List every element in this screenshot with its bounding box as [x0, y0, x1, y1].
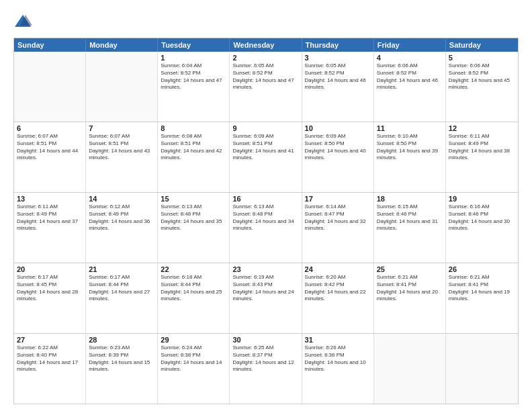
calendar-day-4: 4Sunrise: 6:06 AM Sunset: 8:52 PM Daylig… — [374, 52, 446, 122]
calendar-day-8: 8Sunrise: 6:08 AM Sunset: 8:51 PM Daylig… — [158, 122, 230, 192]
calendar-empty-cell — [374, 334, 446, 404]
calendar-week-5: 27Sunrise: 6:22 AM Sunset: 8:40 PM Dayli… — [14, 333, 518, 404]
page: SundayMondayTuesdayWednesdayThursdayFrid… — [0, 0, 532, 411]
day-number: 20 — [17, 265, 83, 273]
day-number: 7 — [89, 124, 154, 132]
calendar-day-23: 23Sunrise: 6:19 AM Sunset: 8:43 PM Dayli… — [230, 263, 302, 333]
day-info: Sunrise: 6:05 AM Sunset: 8:52 PM Dayligh… — [232, 62, 298, 91]
calendar-day-10: 10Sunrise: 6:09 AM Sunset: 8:50 PM Dayli… — [302, 122, 374, 192]
day-info: Sunrise: 6:15 AM Sunset: 8:46 PM Dayligh… — [377, 203, 443, 232]
day-number: 16 — [232, 195, 298, 203]
day-info: Sunrise: 6:19 AM Sunset: 8:43 PM Dayligh… — [232, 274, 298, 303]
calendar-day-22: 22Sunrise: 6:18 AM Sunset: 8:44 PM Dayli… — [158, 263, 230, 333]
day-number: 8 — [161, 124, 226, 132]
logo — [13, 12, 36, 31]
header-day-monday: Monday — [86, 38, 158, 52]
day-number: 22 — [161, 265, 226, 273]
day-number: 3 — [305, 54, 371, 62]
day-number: 9 — [232, 124, 298, 132]
calendar-day-13: 13Sunrise: 6:11 AM Sunset: 8:49 PM Dayli… — [14, 193, 86, 263]
calendar-empty-cell — [86, 52, 158, 122]
day-info: Sunrise: 6:06 AM Sunset: 8:52 PM Dayligh… — [449, 62, 515, 91]
day-number: 23 — [232, 265, 298, 273]
day-number: 13 — [17, 195, 83, 203]
calendar-empty-cell — [446, 334, 518, 404]
calendar: SundayMondayTuesdayWednesdayThursdayFrid… — [13, 38, 519, 404]
day-number: 6 — [17, 124, 83, 132]
day-info: Sunrise: 6:08 AM Sunset: 8:51 PM Dayligh… — [161, 133, 226, 162]
calendar-day-17: 17Sunrise: 6:14 AM Sunset: 8:47 PM Dayli… — [302, 193, 374, 263]
header-day-sunday: Sunday — [14, 38, 86, 52]
day-info: Sunrise: 6:25 AM Sunset: 8:37 PM Dayligh… — [232, 345, 298, 373]
calendar-day-7: 7Sunrise: 6:07 AM Sunset: 8:51 PM Daylig… — [86, 122, 158, 192]
calendar-day-12: 12Sunrise: 6:11 AM Sunset: 8:49 PM Dayli… — [446, 122, 518, 192]
day-number: 1 — [161, 54, 226, 62]
calendar-day-24: 24Sunrise: 6:20 AM Sunset: 8:42 PM Dayli… — [302, 263, 374, 333]
day-number: 17 — [305, 195, 371, 203]
calendar-day-30: 30Sunrise: 6:25 AM Sunset: 8:37 PM Dayli… — [230, 334, 302, 404]
day-number: 28 — [89, 336, 154, 344]
day-number: 21 — [89, 265, 154, 273]
day-info: Sunrise: 6:04 AM Sunset: 8:52 PM Dayligh… — [161, 62, 226, 91]
day-info: Sunrise: 6:20 AM Sunset: 8:42 PM Dayligh… — [305, 274, 371, 303]
calendar-header: SundayMondayTuesdayWednesdayThursdayFrid… — [14, 38, 518, 52]
header-day-thursday: Thursday — [302, 38, 374, 52]
calendar-day-5: 5Sunrise: 6:06 AM Sunset: 8:52 PM Daylig… — [446, 52, 518, 122]
day-number: 29 — [161, 336, 226, 344]
calendar-day-21: 21Sunrise: 6:17 AM Sunset: 8:44 PM Dayli… — [86, 263, 158, 333]
calendar-day-11: 11Sunrise: 6:10 AM Sunset: 8:50 PM Dayli… — [374, 122, 446, 192]
day-info: Sunrise: 6:07 AM Sunset: 8:51 PM Dayligh… — [89, 133, 154, 162]
calendar-day-27: 27Sunrise: 6:22 AM Sunset: 8:40 PM Dayli… — [14, 334, 86, 404]
day-number: 12 — [449, 124, 515, 132]
calendar-body: 1Sunrise: 6:04 AM Sunset: 8:52 PM Daylig… — [14, 52, 518, 404]
day-number: 11 — [377, 124, 443, 132]
calendar-day-15: 15Sunrise: 6:13 AM Sunset: 8:48 PM Dayli… — [158, 193, 230, 263]
calendar-day-18: 18Sunrise: 6:15 AM Sunset: 8:46 PM Dayli… — [374, 193, 446, 263]
day-number: 2 — [232, 54, 298, 62]
day-info: Sunrise: 6:11 AM Sunset: 8:49 PM Dayligh… — [449, 133, 515, 162]
day-number: 18 — [377, 195, 443, 203]
day-info: Sunrise: 6:14 AM Sunset: 8:47 PM Dayligh… — [305, 203, 371, 232]
day-info: Sunrise: 6:11 AM Sunset: 8:49 PM Dayligh… — [17, 203, 83, 232]
calendar-day-19: 19Sunrise: 6:16 AM Sunset: 8:46 PM Dayli… — [446, 193, 518, 263]
calendar-day-6: 6Sunrise: 6:07 AM Sunset: 8:51 PM Daylig… — [14, 122, 86, 192]
calendar-day-3: 3Sunrise: 6:05 AM Sunset: 8:52 PM Daylig… — [302, 52, 374, 122]
calendar-day-14: 14Sunrise: 6:12 AM Sunset: 8:49 PM Dayli… — [86, 193, 158, 263]
day-number: 10 — [305, 124, 371, 132]
day-info: Sunrise: 6:12 AM Sunset: 8:49 PM Dayligh… — [89, 203, 154, 232]
day-info: Sunrise: 6:13 AM Sunset: 8:48 PM Dayligh… — [161, 203, 226, 232]
day-number: 30 — [232, 336, 298, 344]
day-number: 27 — [17, 336, 83, 344]
day-number: 14 — [89, 195, 154, 203]
day-info: Sunrise: 6:26 AM Sunset: 8:36 PM Dayligh… — [305, 345, 371, 373]
day-info: Sunrise: 6:06 AM Sunset: 8:52 PM Dayligh… — [377, 62, 443, 91]
day-info: Sunrise: 6:09 AM Sunset: 8:51 PM Dayligh… — [232, 133, 298, 162]
day-info: Sunrise: 6:24 AM Sunset: 8:38 PM Dayligh… — [161, 345, 226, 373]
calendar-day-29: 29Sunrise: 6:24 AM Sunset: 8:38 PM Dayli… — [158, 334, 230, 404]
calendar-day-9: 9Sunrise: 6:09 AM Sunset: 8:51 PM Daylig… — [230, 122, 302, 192]
day-number: 19 — [449, 195, 515, 203]
calendar-empty-cell — [14, 52, 86, 122]
day-number: 26 — [449, 265, 515, 273]
calendar-day-2: 2Sunrise: 6:05 AM Sunset: 8:52 PM Daylig… — [230, 52, 302, 122]
day-number: 5 — [449, 54, 515, 62]
calendar-day-20: 20Sunrise: 6:17 AM Sunset: 8:45 PM Dayli… — [14, 263, 86, 333]
calendar-day-1: 1Sunrise: 6:04 AM Sunset: 8:52 PM Daylig… — [158, 52, 230, 122]
header-day-tuesday: Tuesday — [158, 38, 230, 52]
calendar-day-28: 28Sunrise: 6:23 AM Sunset: 8:39 PM Dayli… — [86, 334, 158, 404]
day-info: Sunrise: 6:16 AM Sunset: 8:46 PM Dayligh… — [449, 203, 515, 232]
header-day-wednesday: Wednesday — [230, 38, 302, 52]
day-info: Sunrise: 6:13 AM Sunset: 8:48 PM Dayligh… — [232, 203, 298, 232]
day-info: Sunrise: 6:17 AM Sunset: 8:44 PM Dayligh… — [89, 274, 154, 303]
day-number: 24 — [305, 265, 371, 273]
calendar-day-16: 16Sunrise: 6:13 AM Sunset: 8:48 PM Dayli… — [230, 193, 302, 263]
day-info: Sunrise: 6:05 AM Sunset: 8:52 PM Dayligh… — [305, 62, 371, 91]
logo-icon — [13, 12, 32, 31]
day-number: 15 — [161, 195, 226, 203]
calendar-day-25: 25Sunrise: 6:21 AM Sunset: 8:41 PM Dayli… — [374, 263, 446, 333]
calendar-week-2: 6Sunrise: 6:07 AM Sunset: 8:51 PM Daylig… — [14, 122, 518, 192]
day-info: Sunrise: 6:09 AM Sunset: 8:50 PM Dayligh… — [305, 133, 371, 162]
day-info: Sunrise: 6:23 AM Sunset: 8:39 PM Dayligh… — [89, 345, 154, 373]
day-info: Sunrise: 6:21 AM Sunset: 8:41 PM Dayligh… — [449, 274, 515, 303]
day-info: Sunrise: 6:22 AM Sunset: 8:40 PM Dayligh… — [17, 345, 83, 373]
